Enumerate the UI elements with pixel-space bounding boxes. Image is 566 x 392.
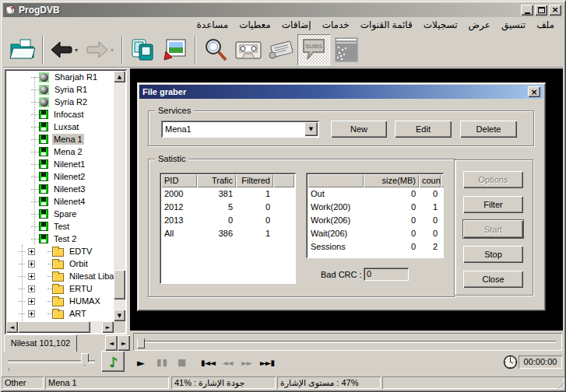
bad-crc-field[interactable]: 0 (364, 268, 409, 281)
tree-item[interactable]: Nilenet4 (6, 195, 114, 208)
tree-item[interactable]: Luxsat (6, 121, 114, 133)
tree-vertical-scrollbar[interactable]: ▲ ▼ (114, 71, 125, 321)
filter-button[interactable]: Filter (463, 196, 523, 213)
menu-item[interactable]: إضافات (276, 19, 317, 32)
capture-image-button[interactable] (159, 34, 192, 65)
stop-playback-button[interactable]: ■ (178, 355, 185, 370)
edit-button[interactable]: Edit (395, 121, 452, 138)
tree-item-label: ERTU (68, 283, 94, 294)
menu-item[interactable]: تنسيق (496, 19, 531, 32)
delete-button[interactable]: Delete (460, 121, 517, 138)
options-button[interactable]: Options (463, 171, 523, 188)
column-header[interactable]: Filtered (236, 174, 273, 187)
tab-scroll-left-button[interactable]: ◄ (105, 335, 118, 351)
rewind-button[interactable]: ◄◄ (222, 355, 232, 370)
tree-item[interactable]: Nilenet1 (6, 158, 114, 170)
status-panel-channel: Mena 1 (45, 376, 169, 389)
record-button[interactable] (232, 34, 265, 65)
close-dialog-button[interactable]: Close (463, 271, 523, 288)
menu-item[interactable]: خدمات (317, 19, 355, 32)
menu-item[interactable]: عرض (463, 19, 496, 32)
expand-icon[interactable] (28, 273, 35, 280)
scroll-right-button[interactable]: ► (102, 321, 114, 333)
vscroll-thumb[interactable] (114, 270, 125, 299)
volume-slider-thumb[interactable] (81, 353, 89, 366)
table-cell: 0 (197, 214, 236, 227)
menu-item[interactable]: قائمة القنوات (355, 19, 418, 32)
menu-item[interactable]: مساعدة (192, 19, 234, 32)
stop-button[interactable]: Stop (463, 246, 523, 263)
scroll-down-button[interactable]: ▼ (114, 310, 125, 321)
expand-icon[interactable] (28, 261, 35, 268)
combobox-dropdown-button[interactable]: ▼ (304, 122, 318, 136)
minimize-button[interactable] (521, 5, 533, 16)
newspaper-icon (267, 38, 295, 61)
open-file-button[interactable] (6, 34, 39, 65)
music-note-icon: ♪ (109, 354, 118, 369)
tree-item[interactable]: Test (6, 220, 114, 233)
dialog-close-button[interactable]: × (528, 86, 540, 97)
column-header[interactable]: PID (161, 174, 197, 187)
back-button[interactable] (47, 34, 76, 65)
expand-icon[interactable] (28, 298, 35, 305)
tree-item[interactable]: Mena 2 (6, 145, 114, 158)
tree-item[interactable]: Sharjah R1 (6, 71, 114, 83)
tab-scroll-right-button[interactable]: ► (118, 335, 130, 351)
osd-icon (333, 37, 360, 63)
tree-item[interactable]: Spare (6, 208, 114, 220)
table-cell: Wait(206) (308, 227, 364, 240)
osd-button[interactable] (330, 34, 363, 65)
picture-icon (163, 38, 188, 61)
expand-icon[interactable] (28, 248, 35, 255)
teletext-button[interactable] (265, 34, 297, 65)
dialog-titlebar[interactable]: File graber × (139, 85, 543, 99)
services-combobox[interactable]: Mena1 ▼ (161, 121, 319, 138)
maximize-button[interactable] (535, 5, 547, 16)
play-button[interactable]: ► (137, 355, 144, 370)
expand-icon[interactable] (28, 285, 35, 292)
tree-item[interactable]: Mena 1 (6, 133, 114, 145)
tree-item[interactable]: Infocast (6, 108, 114, 121)
close-button[interactable]: × (549, 5, 561, 16)
tree-connector (31, 139, 39, 140)
menu-item[interactable]: تسجيلات (418, 19, 463, 32)
seek-bar[interactable] (133, 333, 562, 351)
scroll-up-button[interactable]: ▲ (114, 71, 125, 82)
tree-item[interactable]: Syria R1 (6, 83, 114, 96)
column-header[interactable] (308, 174, 364, 187)
menu-item[interactable]: ملف (531, 19, 560, 32)
table-cell: 2012 (161, 201, 197, 214)
tree-item[interactable]: Test 2 (6, 233, 114, 245)
tree-horizontal-scrollbar[interactable]: ◄ ► (6, 321, 114, 333)
forward-button[interactable] (83, 34, 112, 65)
seek-thumb[interactable] (137, 335, 145, 348)
count-table: size(MB)countOut00Work(200)01Work(206)00… (306, 173, 444, 258)
tree-item[interactable]: Nilenet3 (6, 183, 114, 195)
hscroll-thumb[interactable] (18, 321, 90, 333)
tree-guide-line (34, 77, 35, 245)
column-header[interactable]: Trafic (197, 174, 236, 187)
scroll-left-button[interactable]: ◄ (6, 321, 18, 333)
table-cell: 2000 (161, 187, 197, 201)
menu-item[interactable]: معطيات (234, 19, 276, 32)
channel-list-button[interactable] (126, 34, 159, 65)
radio-channel-icon (39, 85, 49, 95)
audio-button[interactable]: ♪ (101, 351, 125, 372)
start-button[interactable]: Start (463, 220, 523, 238)
expand-icon[interactable] (28, 310, 35, 317)
tree-item[interactable]: Syria R2 (6, 96, 114, 108)
volume-tick (9, 368, 9, 371)
column-header[interactable]: size(MB) (364, 174, 419, 187)
skip-start-button[interactable]: ▮◄◄ (201, 355, 215, 370)
table-cell: 2 (419, 240, 441, 254)
search-button[interactable] (199, 34, 232, 65)
column-header[interactable]: count (419, 174, 441, 187)
fast-forward-button[interactable]: ►► (241, 355, 251, 370)
pause-button[interactable]: ▮▮ (156, 355, 168, 370)
table-cell: 0 (364, 201, 419, 214)
tree-item[interactable]: Nilenet2 (6, 170, 114, 183)
subtitles-button[interactable]: SUBS (297, 34, 330, 65)
satellite-tab[interactable]: Nilesat 101,102 (4, 334, 77, 352)
new-button[interactable]: New (331, 121, 387, 138)
skip-end-button[interactable]: ►►▮ (260, 355, 274, 370)
